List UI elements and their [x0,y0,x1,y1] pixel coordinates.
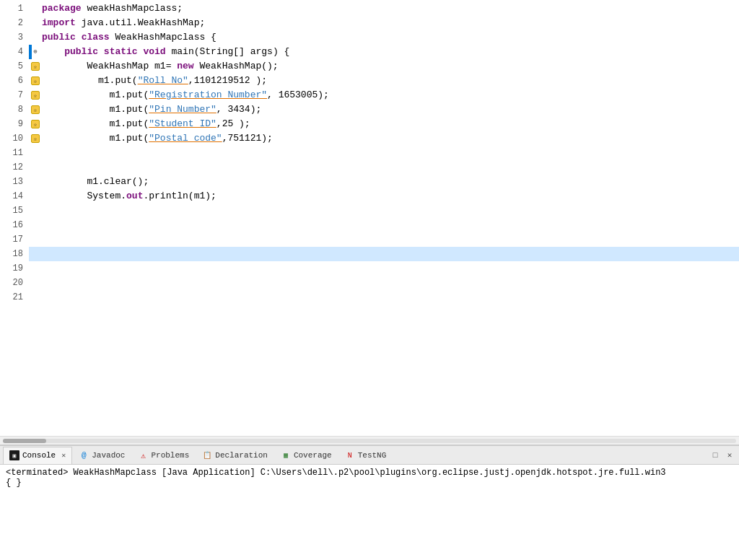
code-text-14: System.out.println(m1); [42,189,739,204]
code-text-7: m1.put("Registration Number", 1653005); [42,88,739,102]
code-text-18 [42,247,739,261]
line-number-6: 6 [0,74,23,88]
code-line-12 [29,160,739,175]
left-bar-5: ☆ [29,62,42,71]
output-line: { } [6,478,733,488]
tab-label-console: Console [22,451,56,460]
line-number-11: 11 [0,146,23,160]
code-line-15 [29,204,739,218]
coverage-icon: ▦ [281,450,291,460]
code-text-9: m1.put("Student ID",25 ); [42,117,739,131]
code-line-7: ☆ m1.put("Registration Number", 1653005)… [29,88,739,102]
console-output: <terminated> WeakHashMapclass [Java Appl… [0,465,739,560]
code-editor[interactable]: 123456789101112131415161718192021 packag… [0,0,739,445]
code-text-5: WeakHashMap m1= new WeakHashMap(); [42,59,739,74]
line-number-10: 10 [0,131,23,146]
code-line-10: ☆ m1.put("Postal code",751121); [29,131,739,146]
line-number-19: 19 [0,261,23,276]
line-number-9: 9 [0,117,23,131]
code-line-5: ☆ WeakHashMap m1= new WeakHashMap(); [29,59,739,74]
scrollbar-track[interactable] [3,439,736,443]
line-number-20: 20 [0,276,23,290]
code-line-9: ☆ m1.put("Student ID",25 ); [29,117,739,131]
bottom-panel: ▣Console✕@Javadoc⚠Problems📋Declaration▦C… [0,445,739,560]
left-bar-9: ☆ [29,120,42,128]
tab-close-console[interactable]: ✕ [61,451,66,460]
line-number-7: 7 [0,88,23,102]
left-bar-6: ☆ [29,76,42,85]
code-line-17 [29,232,739,247]
code-line-2: import java.util.WeakHashMap; [29,16,739,30]
code-line-18 [29,247,739,261]
tab-label-testng: TestNG [358,451,387,460]
line-number-16: 16 [0,218,23,232]
code-line-6: ☆ m1.put("Roll No",1101219512 ); [29,74,739,88]
left-marker-4 [29,45,32,59]
code-line-21 [29,290,739,305]
code-text-4: public static void main(String[] args) { [42,45,739,59]
code-text-10: m1.put("Postal code",751121); [42,131,739,146]
bookmark-icon-9: ☆ [31,120,40,128]
tab-testng[interactable]: NTestNG [338,447,393,464]
code-text-1: package weakHashMapclass; [42,1,739,16]
panel-tab-bar: ▣Console✕@Javadoc⚠Problems📋Declaration▦C… [0,446,739,465]
tab-problems[interactable]: ⚠Problems [131,447,196,464]
code-text-8: m1.put("Pin Number", 3434); [42,102,739,117]
code-line-11 [29,146,739,160]
code-text-2: import java.util.WeakHashMap; [42,16,739,30]
panel-controls: □✕ [709,449,736,462]
code-line-4: ⊕ public static void main(String[] args)… [29,45,739,59]
bookmark-icon-8: ☆ [31,105,40,114]
code-line-20 [29,276,739,290]
code-line-3: public class WeakHashMapclass { [29,30,739,45]
tab-label-javadoc: Javadoc [92,451,125,460]
line-number-1: 1 [0,1,23,16]
code-content-area[interactable]: package weakHashMapclass;import java.uti… [29,0,739,436]
line-number-18: 18 [0,247,23,261]
left-bar-10: ☆ [29,134,42,143]
bookmark-icon-5: ☆ [31,62,40,71]
line-number-13: 13 [0,175,23,189]
code-text-19 [42,261,739,276]
tab-label-declaration: Declaration [215,451,268,460]
line-number-21: 21 [0,290,23,305]
code-text-21 [42,290,739,305]
expand-icon-4: ⊕ [33,45,37,59]
code-text-11 [42,146,739,160]
line-number-4: 4 [0,45,23,59]
bookmark-icon-6: ☆ [31,76,40,85]
console-icon: ▣ [9,450,19,460]
line-number-5: 5 [0,59,23,74]
code-text-12 [42,160,739,175]
line-number-12: 12 [0,160,23,175]
testng-icon: N [345,450,355,460]
line-number-15: 15 [0,204,23,218]
horizontal-scrollbar[interactable] [0,436,739,445]
code-text-20 [42,276,739,290]
left-bar-4: ⊕ [29,45,42,59]
tab-label-coverage: Coverage [294,451,332,460]
tab-declaration[interactable]: 📋Declaration [196,447,274,464]
declaration-icon: 📋 [202,450,212,460]
tab-javadoc[interactable]: @Javadoc [72,447,131,464]
bookmark-icon-7: ☆ [31,91,40,100]
left-bar-7: ☆ [29,91,42,100]
line-number-14: 14 [0,189,23,204]
minimize-button[interactable]: □ [709,449,722,462]
code-line-8: ☆ m1.put("Pin Number", 3434); [29,102,739,117]
code-text-13: m1.clear(); [42,175,739,189]
line-number-17: 17 [0,232,23,247]
code-line-16 [29,218,739,232]
terminated-line: <terminated> WeakHashMapclass [Java Appl… [6,468,733,478]
javadoc-icon: @ [79,450,89,460]
scrollbar-thumb[interactable] [3,439,46,443]
tab-label-problems: Problems [151,451,189,460]
left-bar-8: ☆ [29,105,42,114]
code-line-19 [29,261,739,276]
close-panel-button[interactable]: ✕ [723,449,736,462]
code-text-3: public class WeakHashMapclass { [42,30,739,45]
code-container: 123456789101112131415161718192021 packag… [0,0,739,436]
tab-coverage[interactable]: ▦Coverage [274,447,338,464]
code-line-1: package weakHashMapclass; [29,1,739,16]
tab-console[interactable]: ▣Console✕ [3,447,72,464]
